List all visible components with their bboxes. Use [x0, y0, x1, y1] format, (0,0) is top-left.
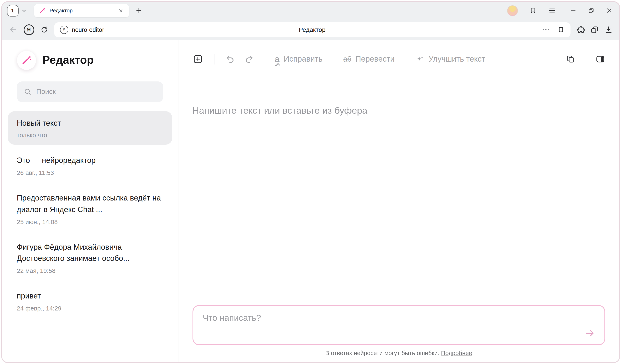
browser-tab-active[interactable]: Редактор — [34, 4, 129, 17]
document-time: 22 мая, 19:58 — [17, 267, 163, 274]
undo-button undo-icon[interactable] — [225, 54, 235, 64]
new-tab-button plus-icon[interactable] — [136, 7, 142, 14]
translate-icon: аб — [343, 55, 351, 63]
new-document-button new-document-icon[interactable] — [192, 54, 203, 64]
send-button arrow-right-icon[interactable] — [584, 328, 595, 339]
document-title: Фигура Фёдора Михайловича Достоевского з… — [17, 241, 163, 264]
fix-text-label: Исправить — [284, 54, 323, 63]
editor-pane: а Исправить аб Перевести Улучшить текст — [178, 40, 619, 362]
screen: 1 Редактор — [0, 0, 621, 364]
documents-sidebar: Редактор Новый текст только что Это — не… — [2, 40, 178, 362]
disclaimer-link[interactable]: Подробнее — [441, 350, 472, 356]
tab-counter-button[interactable]: 1 — [7, 5, 18, 16]
document-time: 26 авг., 11:53 — [17, 169, 163, 176]
tab-count-label: 1 — [11, 7, 14, 14]
document-title: привет — [17, 290, 163, 302]
url-text: neuro-editor — [72, 26, 104, 33]
wand-icon — [17, 51, 36, 70]
side-panel-toggle-button panel-icon[interactable] — [595, 54, 605, 64]
document-list: Новый текст только что Это — нейроредакт… — [8, 111, 172, 318]
bookmark-icon[interactable] — [557, 26, 565, 33]
toolbar-divider — [585, 54, 585, 64]
page-title: Редактор — [54, 26, 570, 33]
user-avatar[interactable] — [507, 5, 518, 16]
page-content: Редактор Новый текст только что Это — не… — [2, 40, 619, 362]
address-bar-actions — [541, 26, 565, 33]
sparkles-icon — [415, 54, 424, 63]
close-button close-icon[interactable] — [605, 7, 613, 14]
address-bar[interactable]: Y neuro-editor Редактор — [54, 22, 570, 37]
document-time: 24 февр., 14:29 — [17, 305, 163, 312]
ai-disclaimer: В ответах нейросети могут быть ошибки. П… — [178, 350, 619, 356]
translate-label: Перевести — [355, 54, 395, 63]
app-logo: Редактор — [17, 51, 163, 70]
editor-placeholder: Напишите текст или вставьте из буфера — [192, 105, 605, 116]
disclaimer-text: В ответах нейросети могут быть ошибки. — [325, 350, 439, 356]
tab-favicon wand-icon — [39, 7, 45, 14]
downloads-button download-icon[interactable] — [604, 25, 613, 34]
tab-strip-right — [507, 5, 613, 16]
improve-text-button[interactable]: Улучшить текст — [415, 54, 485, 63]
fix-text-button[interactable]: а Исправить — [275, 54, 323, 63]
app-title: Редактор — [42, 54, 94, 66]
refresh-button refresh-icon[interactable] — [40, 25, 48, 34]
more-icon[interactable] — [541, 27, 551, 32]
document-item[interactable]: Предоставленная вами ссылка ведёт на диа… — [8, 186, 172, 231]
tab-strip: 1 Редактор — [2, 2, 619, 19]
copy-button copy-icon[interactable] — [566, 54, 575, 63]
toolbar-divider — [214, 54, 214, 64]
document-time: 25 июн., 14:08 — [17, 218, 163, 225]
prompt-box — [192, 305, 605, 345]
tab-title: Редактор — [50, 7, 117, 14]
extensions-button puzzle-icon[interactable] — [576, 25, 584, 34]
editor-toolbar: а Исправить аб Перевести Улучшить текст — [178, 50, 619, 68]
document-item[interactable]: привет 24 февр., 14:29 — [8, 284, 172, 318]
improve-text-label: Улучшить текст — [429, 54, 485, 63]
search-input[interactable] — [36, 87, 156, 96]
redo-button redo-icon[interactable] — [244, 54, 254, 64]
document-time: только что — [17, 132, 163, 139]
chevron-down-icon[interactable] — [21, 8, 26, 13]
minimize-button minimize-icon[interactable] — [569, 7, 576, 14]
document-title: Предоставленная вами ссылка ведёт на диа… — [17, 192, 163, 215]
toolbar-right — [566, 54, 605, 64]
spellcheck-icon: а — [275, 55, 279, 63]
search-icon — [23, 87, 32, 96]
search-box[interactable] — [17, 81, 163, 102]
browser-toolbar: Я Y neuro-editor Редактор — [2, 19, 619, 40]
translate-button[interactable]: аб Перевести — [343, 54, 395, 63]
editor-text-area[interactable]: Напишите текст или вставьте из буфера — [178, 68, 619, 305]
document-item[interactable]: Это — нейроредактор 26 авг., 11:53 — [8, 149, 172, 183]
restore-button restore-icon[interactable] — [588, 7, 594, 14]
browser-window: 1 Редактор — [1, 1, 620, 363]
bookmark-panel-icon[interactable] — [529, 7, 537, 15]
menu-icon[interactable] — [548, 7, 556, 15]
collections-icon[interactable] — [590, 25, 598, 34]
site-favicon: Y — [60, 25, 68, 34]
yandex-search-button yandex-logo-icon[interactable]: Я — [23, 24, 34, 35]
document-title: Новый текст — [17, 117, 163, 129]
tab-close-icon[interactable] — [117, 7, 124, 14]
prompt-input[interactable] — [193, 306, 604, 344]
window-controls — [569, 7, 613, 14]
document-item-new-text[interactable]: Новый текст только что — [8, 111, 172, 145]
document-title: Это — нейроредактор — [17, 155, 163, 166]
back-button back-arrow-icon[interactable] — [8, 25, 17, 34]
document-item[interactable]: Фигура Фёдора Михайловича Достоевского з… — [8, 235, 172, 280]
